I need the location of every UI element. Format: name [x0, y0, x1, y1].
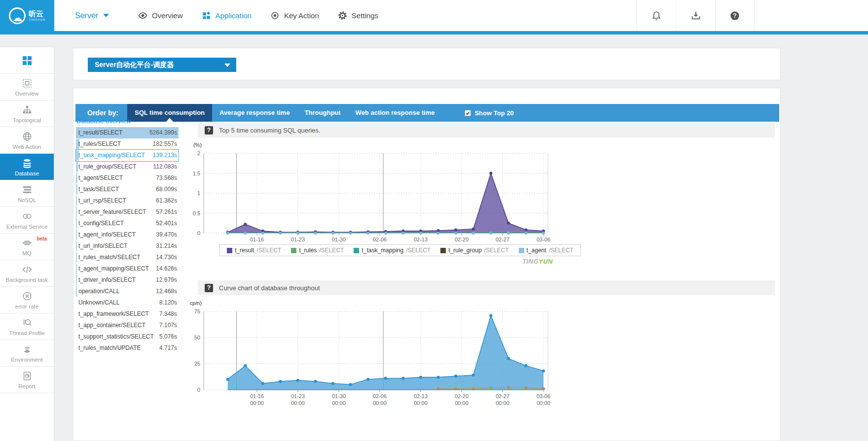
- sidebar-item-report[interactable]: Report: [0, 367, 54, 393]
- nav-tab-overview[interactable]: Overview: [138, 11, 183, 20]
- sidebar-item-overview[interactable]: Overview: [0, 74, 54, 101]
- legend-item-t-rule-group-select[interactable]: t_rule_group/SELECT: [440, 247, 508, 254]
- download-button[interactable]: [676, 0, 715, 31]
- order-tab-average-response-time[interactable]: Average response time: [212, 104, 297, 122]
- svg-text:01-23: 01-23: [291, 393, 305, 399]
- sidebar-item-background-task[interactable]: Background task: [0, 260, 54, 287]
- sql-query-row[interactable]: t_driver_info/SELECT12.679s: [76, 274, 179, 286]
- svg-text:?: ?: [733, 12, 736, 19]
- time-bar: [76, 252, 77, 263]
- chevron-down-icon: [103, 14, 109, 17]
- show-top-20-checkbox[interactable]: ✔ Show Top 20: [465, 109, 513, 117]
- sql-query-row[interactable]: t_rules_match/UPDATE4.717s: [76, 342, 179, 354]
- query-name: t_agent_info/SELECT: [78, 229, 136, 240]
- sidebar-item-label: error rate: [15, 304, 38, 309]
- order-tab-throughput[interactable]: Throughput: [297, 104, 348, 122]
- sql-query-row[interactable]: Unknown/CALL8.120s: [76, 297, 179, 308]
- legend-label-suffix: /SELECT: [319, 247, 344, 254]
- nav-tab-settings[interactable]: Settings: [338, 11, 378, 20]
- topology-icon: [22, 104, 33, 115]
- sql-query-row[interactable]: t_support_statistics/SELECT5.076s: [76, 331, 179, 342]
- sql-query-row[interactable]: t_url_info/SELECT31.214s: [76, 240, 179, 252]
- sql-query-row[interactable]: t_rules_match/SELECT14.730s: [76, 252, 179, 263]
- sidebar-item-label: Web Action: [13, 144, 41, 150]
- legend-label-suffix: /SELECT: [549, 247, 574, 254]
- sidebar-item-label: Environment: [11, 357, 43, 363]
- order-tab-web-action-response-time[interactable]: Web action response time: [348, 104, 442, 122]
- legend-label-suffix: /SELECT: [406, 247, 431, 254]
- sidebar-item-menu[interactable]: [0, 47, 54, 74]
- sql-query-row[interactable]: t_agent_mapping/SELECT14.626s: [76, 263, 179, 274]
- query-name: t_rule_group/SELECT: [78, 161, 136, 172]
- sql-query-row[interactable]: operation/CALL12.468s: [76, 286, 179, 297]
- main-panel: Order by: SQL time consumptionAverage re…: [73, 88, 781, 441]
- sidebar-item-thread-profile[interactable]: Thread Profile: [0, 313, 54, 340]
- order-by-label: Order by:: [87, 109, 118, 117]
- query-name: t_url_rsp/SELECT: [78, 195, 126, 206]
- sidebar-item-database[interactable]: Database: [0, 154, 54, 180]
- time-bar: [76, 196, 77, 206]
- sql-query-row[interactable]: t_agent/SELECT73.568s: [76, 172, 179, 184]
- svg-text:(%): (%): [193, 142, 202, 148]
- legend-item-t-rules-select[interactable]: t_rules/SELECT: [291, 247, 344, 254]
- sql-query-row[interactable]: t_url_rsp/SELECT61.362s: [76, 195, 179, 206]
- nav-tab-key-action[interactable]: Key Action: [270, 11, 319, 20]
- sql-query-row[interactable]: t_config/SELECT52.401s: [76, 218, 179, 229]
- legend-label-suffix: /SELECT: [256, 247, 281, 254]
- sidebar-item-environment[interactable]: Environment: [0, 340, 54, 367]
- query-time: 8.120s: [159, 297, 177, 308]
- query-time: 12.468s: [156, 286, 177, 297]
- sql-query-row[interactable]: t_agent_info/SELECT39.470s: [76, 229, 179, 240]
- download-icon: [690, 10, 701, 21]
- legend-item-t-task-mapping-select[interactable]: t_task_mapping/SELECT: [354, 247, 431, 254]
- sidebar-item-nosql[interactable]: NoSQL: [0, 180, 54, 207]
- sidebar-item-label: Report: [18, 383, 36, 389]
- query-time: 12.679s: [156, 274, 177, 286]
- app-selector-value: Server自动化平台-调度器: [95, 61, 174, 68]
- nav-tab-application[interactable]: Application: [202, 11, 252, 20]
- sidebar-item-error-rate[interactable]: error rate: [0, 287, 54, 313]
- sidebar-item-label: Topological: [13, 117, 41, 123]
- product-selector[interactable]: Server: [75, 0, 109, 31]
- help-button[interactable]: ?: [715, 0, 755, 31]
- query-time: 14.626s: [156, 263, 177, 274]
- sql-query-row[interactable]: t_app_container/SELECT7.107s: [76, 320, 179, 331]
- query-name: t_result/SELECT: [78, 127, 122, 138]
- checkbox-icon: ✔: [465, 110, 471, 116]
- sql-query-row[interactable]: t_rules/SELECT182.557s: [76, 138, 179, 150]
- order-tab-sql-time-consumption[interactable]: SQL time consumption: [127, 104, 212, 122]
- logo-cn: 听云: [29, 10, 45, 17]
- sql-query-row[interactable]: t_server_feature/SELECT57.261s: [76, 206, 179, 218]
- sidebar: OverviewTopologicalWeb ActionDatabaseNoS…: [0, 47, 54, 441]
- sql-query-row[interactable]: t_app_framework/SELECT7.348s: [76, 308, 179, 320]
- legend-item-t-agent-select[interactable]: t_agent/SELECT: [519, 247, 574, 254]
- sql-query-row[interactable]: t_result/SELECT5264.399s: [76, 127, 179, 138]
- help-icon: ?: [729, 10, 740, 21]
- tingyun-logo[interactable]: ☁ 听云 TINGYUN: [0, 0, 54, 31]
- sql-query-row[interactable]: t_task_mapping/SELECT139.213s: [76, 150, 179, 161]
- sql-query-row[interactable]: t_rule_group/SELECT112.083s: [76, 161, 179, 172]
- sidebar-item-external-service[interactable]: External Service: [0, 207, 54, 234]
- help-tooltip-icon[interactable]: ?: [205, 126, 213, 135]
- database-overview-link[interactable]: Database overview: [76, 117, 131, 125]
- svg-text:03-06: 03-06: [537, 393, 550, 399]
- app-selector-dropdown[interactable]: Server自动化平台-调度器: [88, 58, 236, 72]
- sidebar-item-web-action[interactable]: Web Action: [0, 127, 54, 154]
- link-icon: [22, 211, 33, 222]
- query-name: t_agent_mapping/SELECT: [78, 263, 149, 274]
- nav-tab-label: Overview: [152, 11, 183, 20]
- alerts-button[interactable]: [636, 0, 676, 31]
- chart2-title: Curve chart of database throughout: [219, 284, 320, 292]
- legend-swatch: [440, 248, 446, 253]
- sidebar-item-topological[interactable]: Topological: [0, 101, 54, 127]
- query-name: t_app_framework/SELECT: [78, 308, 149, 320]
- time-bar: [76, 264, 77, 274]
- svg-text:02-20: 02-20: [455, 393, 469, 399]
- sidebar-item-mq[interactable]: MQbeta: [0, 234, 54, 260]
- help-tooltip-icon[interactable]: ?: [205, 284, 213, 292]
- query-name: t_app_container/SELECT: [78, 320, 145, 331]
- svg-text:02-06: 02-06: [373, 393, 387, 399]
- time-bar: [76, 218, 77, 229]
- legend-item-t-result-select[interactable]: t_result/SELECT: [227, 247, 281, 254]
- sql-query-row[interactable]: t_task/SELECT68.009s: [76, 184, 179, 195]
